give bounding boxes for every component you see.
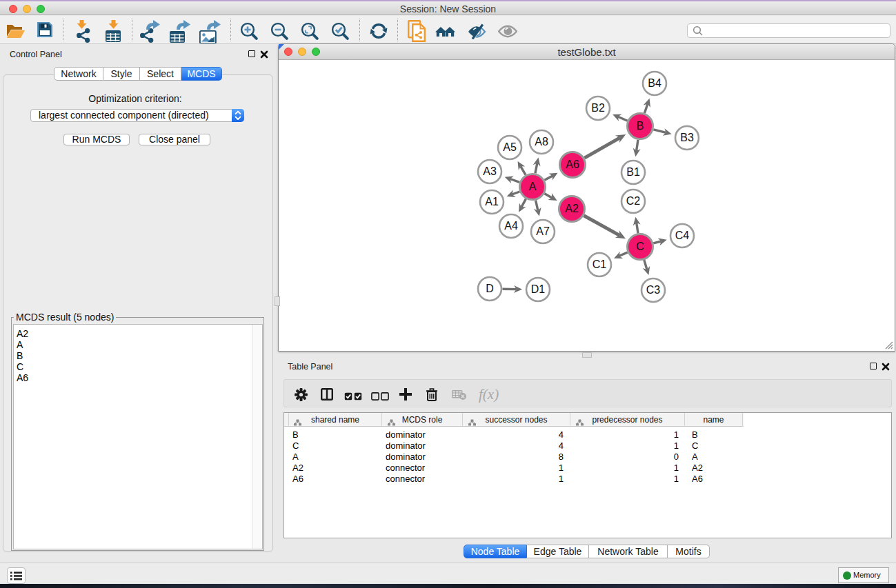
svg-text:C4: C4 [675, 230, 690, 241]
svg-text:B1: B1 [626, 166, 640, 178]
svg-text:C2: C2 [626, 195, 641, 207]
svg-text:B2: B2 [591, 102, 605, 114]
svg-text:B: B [637, 120, 644, 132]
svg-text:B3: B3 [680, 132, 694, 143]
svg-text:A4: A4 [504, 220, 518, 232]
svg-text:A7: A7 [536, 225, 550, 237]
svg-text:D1: D1 [531, 283, 546, 295]
svg-text:A3: A3 [483, 165, 497, 177]
svg-text:A5: A5 [503, 141, 517, 153]
svg-text:A: A [529, 181, 537, 192]
svg-text:D: D [486, 283, 494, 294]
svg-text:A2: A2 [565, 203, 579, 214]
svg-text:A1: A1 [485, 196, 499, 207]
svg-text:B4: B4 [648, 77, 661, 89]
svg-text:A6: A6 [566, 159, 579, 170]
svg-text:A8: A8 [535, 136, 548, 148]
svg-text:C3: C3 [646, 284, 661, 296]
svg-text:C: C [636, 241, 644, 252]
svg-text:C1: C1 [593, 258, 607, 270]
